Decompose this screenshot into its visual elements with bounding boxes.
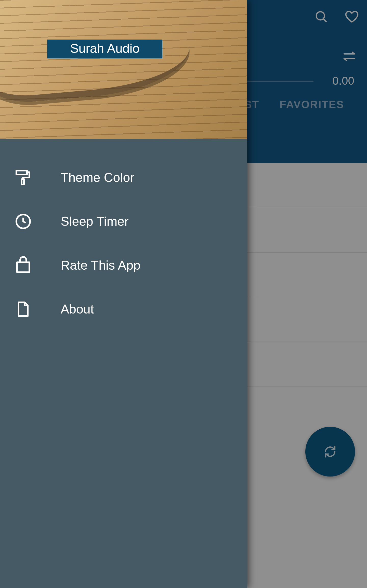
document-icon	[14, 300, 34, 318]
drawer-item-label: About	[61, 302, 94, 317]
svg-rect-5	[22, 179, 24, 184]
drawer-item-label: Sleep Timer	[61, 214, 129, 229]
navigation-drawer: Surah Audio Theme Color	[0, 0, 247, 588]
svg-rect-7	[17, 262, 29, 272]
drawer-item-sleep-timer[interactable]: Sleep Timer	[0, 199, 247, 243]
drawer-menu: Theme Color Sleep Timer	[0, 139, 247, 331]
drawer-item-label: Rate This App	[61, 258, 140, 273]
clock-icon	[14, 212, 34, 231]
drawer-item-about[interactable]: About	[0, 287, 247, 331]
drawer-header: Surah Audio	[0, 0, 247, 139]
paint-roller-icon	[14, 168, 34, 187]
shopping-bag-icon	[14, 256, 34, 274]
drawer-item-rate-app[interactable]: Rate This App	[0, 243, 247, 287]
svg-rect-4	[16, 171, 27, 174]
drawer-title: Surah Audio	[47, 40, 162, 58]
drawer-item-label: Theme Color	[61, 170, 134, 185]
app-screen: 0.00 ST FAVORITES	[0, 0, 367, 588]
drawer-item-theme-color[interactable]: Theme Color	[0, 156, 247, 199]
